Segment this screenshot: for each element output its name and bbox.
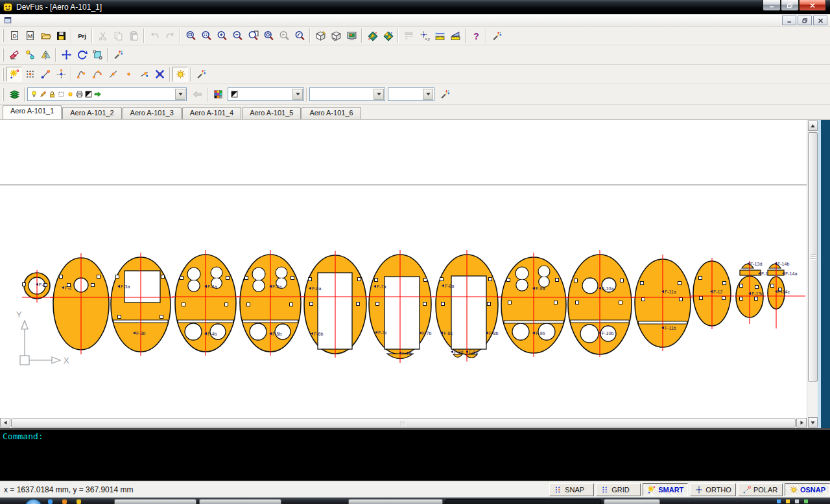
color-select[interactable] <box>228 87 304 101</box>
tray-icon[interactable] <box>804 499 808 503</box>
develop-all-icon[interactable] <box>380 29 396 43</box>
layer-state-lock-icon[interactable] <box>48 90 56 98</box>
help-icon[interactable]: ? <box>468 29 484 43</box>
toggle-grid[interactable]: GRID <box>596 483 641 496</box>
shade-icon[interactable] <box>313 29 328 43</box>
endpoint-snap-icon[interactable] <box>38 67 53 82</box>
customize-icon[interactable] <box>489 29 504 43</box>
command-line-area[interactable]: Command: <box>0 428 830 481</box>
zoom-back-icon[interactable] <box>292 29 307 43</box>
windows-taskbar[interactable] <box>0 498 830 504</box>
point-snap-icon[interactable] <box>121 67 136 82</box>
tab-aero-a-101_5[interactable]: Aero A-101_5 <box>242 107 301 119</box>
document-window-icon[interactable] <box>3 16 13 25</box>
close-button[interactable] <box>799 0 826 11</box>
linetype-select[interactable] <box>309 87 385 101</box>
measure-angle-icon[interactable] <box>447 29 463 43</box>
taskbar-button[interactable] <box>114 499 196 504</box>
point-coordinates-icon[interactable]: x,y <box>416 29 432 43</box>
horizontal-scroll-thumb[interactable] <box>11 418 796 428</box>
toggle-polar[interactable]: POLAR <box>738 483 783 496</box>
mdi-minimize-button[interactable] <box>782 16 796 25</box>
zoom-out-icon[interactable] <box>230 29 245 43</box>
tray-icon[interactable] <box>777 499 781 503</box>
drawing-canvas[interactable]: YXF-1F-2F-3aF-3bF-4aF-4bF-5aF-5bF-6aF-6b… <box>0 120 830 428</box>
center-snap-icon[interactable] <box>53 67 69 82</box>
quick-launch-icon[interactable] <box>77 499 81 504</box>
duplicate-icon[interactable] <box>22 47 38 62</box>
minimize-button[interactable] <box>763 0 781 11</box>
mdi-close-button[interactable] <box>813 16 827 25</box>
taskbar-button-active[interactable] <box>445 499 601 504</box>
layer-select[interactable] <box>27 87 187 101</box>
tab-aero-a-101_3[interactable]: Aero A-101_3 <box>123 107 182 119</box>
erase-icon[interactable] <box>6 47 22 62</box>
taskbar-button[interactable] <box>604 499 660 504</box>
save-icon[interactable] <box>53 29 69 43</box>
zoom-in-icon[interactable] <box>214 29 230 43</box>
scroll-right-button[interactable] <box>796 418 807 428</box>
nearest-snap-icon[interactable] <box>136 67 152 82</box>
layer-state-dashed-rect-icon[interactable] <box>57 90 65 98</box>
tab-aero-a-101_1[interactable]: Aero A-101_1 <box>3 105 62 119</box>
taskbar-button[interactable] <box>348 499 443 504</box>
customize-icon[interactable] <box>193 67 209 82</box>
toggle-snap[interactable]: SNAP <box>549 483 594 496</box>
project-button[interactable]: Prj <box>74 29 89 43</box>
fuselage-formers-drawing[interactable]: YXF-1F-2F-3aF-3bF-4aF-4bF-5aF-5bF-6aF-6b… <box>0 120 807 418</box>
quick-launch-icon[interactable] <box>48 499 53 504</box>
scroll-down-button[interactable] <box>808 417 818 428</box>
scroll-left-button[interactable] <box>0 418 10 428</box>
layer-state-printer-icon[interactable] <box>75 90 84 98</box>
toggle-ortho[interactable]: ORTHO <box>690 483 736 496</box>
zoom-extents-icon[interactable] <box>261 29 276 43</box>
rotate-icon[interactable] <box>74 47 89 62</box>
vertical-scroll-thumb[interactable] <box>808 132 818 382</box>
dropdown-arrow-icon[interactable] <box>374 89 384 100</box>
taskbar-button[interactable] <box>199 499 281 504</box>
toggle-smart[interactable]: SMART <box>643 483 688 496</box>
layer-manager-icon[interactable] <box>6 87 22 102</box>
tray-icon[interactable] <box>786 499 790 503</box>
customize-icon[interactable] <box>437 87 453 102</box>
scale-icon[interactable] <box>89 47 105 62</box>
layer-state-orange-circle-icon[interactable] <box>66 90 75 98</box>
no-snap-icon[interactable] <box>152 67 167 82</box>
layer-state-green-arrow-icon[interactable] <box>93 90 102 98</box>
render-icon[interactable] <box>344 29 359 43</box>
tab-aero-a-101_4[interactable]: Aero A-101_4 <box>182 107 241 119</box>
customize-icon[interactable] <box>110 47 126 62</box>
tab-aero-a-101_6[interactable]: Aero A-101_6 <box>302 107 361 119</box>
develop-icon[interactable] <box>364 29 380 43</box>
mirror-icon[interactable] <box>38 47 53 62</box>
restore-button[interactable] <box>781 0 799 11</box>
vertical-scrollbar[interactable] <box>807 120 818 428</box>
open-icon[interactable] <box>38 29 53 43</box>
new-model-icon[interactable]: M <box>22 29 38 43</box>
move-icon[interactable] <box>58 47 74 62</box>
shade-edges-icon[interactable] <box>328 29 344 43</box>
zoom-scale-select[interactable] <box>388 87 434 101</box>
zoom-page-icon[interactable] <box>245 29 261 43</box>
tab-aero-a-101_2[interactable]: Aero A-101_2 <box>62 107 121 119</box>
start-button[interactable] <box>25 499 42 504</box>
new-drawing-icon[interactable]: D <box>6 29 22 43</box>
tray-icon[interactable] <box>795 499 799 503</box>
toggle-osnap[interactable]: OSNAP <box>785 483 830 496</box>
grid-snap-icon[interactable] <box>22 67 38 82</box>
zoom-window-icon[interactable] <box>183 29 198 43</box>
layer-state-pencil-icon[interactable] <box>39 90 47 98</box>
color-palette-icon[interactable] <box>210 87 226 102</box>
measure-length-icon[interactable] <box>432 29 447 43</box>
vertex-snap-icon[interactable] <box>74 67 89 82</box>
mdi-restore-button[interactable] <box>798 16 812 25</box>
dropdown-arrow-icon[interactable] <box>175 89 185 100</box>
layer-state-bulb-icon[interactable] <box>30 90 38 98</box>
scroll-up-button[interactable] <box>808 120 818 131</box>
quick-launch-icon[interactable] <box>62 499 67 504</box>
osnap-toggle-icon[interactable] <box>172 67 188 82</box>
midpoint-snap-icon[interactable] <box>105 67 121 82</box>
dropdown-arrow-icon[interactable] <box>292 89 303 100</box>
zoom-object-icon[interactable] <box>198 29 214 43</box>
layer-state-bw-square-icon[interactable] <box>84 90 93 98</box>
